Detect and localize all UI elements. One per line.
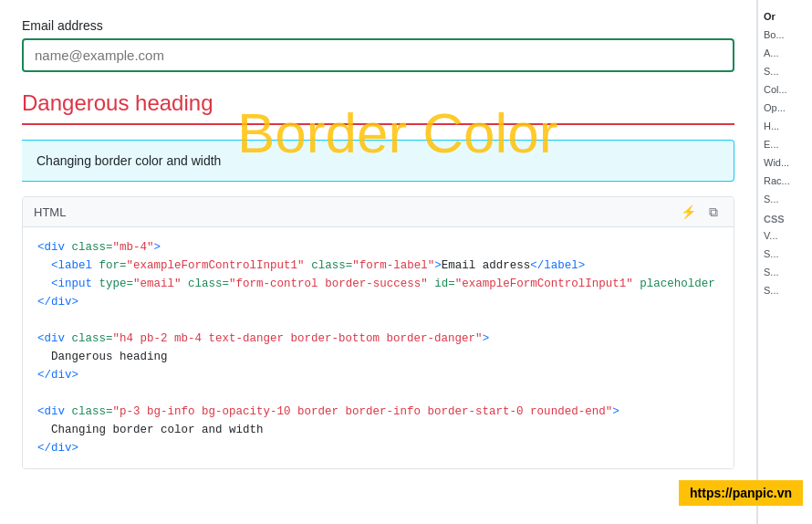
sidebar-item-s4[interactable]: S...: [758, 263, 812, 281]
sidebar-section-css: CSS: [758, 208, 812, 226]
main-content: Email address Dangerous heading Border C…: [0, 0, 757, 524]
code-header: HTML ⚡ ⧉: [23, 197, 734, 227]
email-label: Email address: [22, 18, 734, 33]
code-line: [37, 384, 719, 403]
code-line: <div class="mb-4">: [37, 238, 719, 257]
sidebar-item-op[interactable]: Op...: [758, 99, 812, 117]
sidebar-item-wid[interactable]: Wid...: [758, 153, 812, 172]
watermark: https://panpic.vn: [679, 480, 803, 506]
email-input[interactable]: [22, 38, 734, 72]
sidebar-item-rac[interactable]: Rac...: [758, 172, 812, 190]
sidebar-item-col[interactable]: Col...: [758, 80, 812, 99]
sidebar-item-a[interactable]: A...: [758, 44, 812, 62]
copy-icon[interactable]: ⧉: [704, 203, 723, 221]
info-box-text: Changing border color and width: [36, 153, 221, 168]
code-line: Changing border color and width: [37, 421, 719, 439]
code-line: [37, 311, 719, 330]
sidebar-item-h[interactable]: H...: [758, 117, 812, 135]
dangerous-heading: Dangerous heading: [22, 90, 734, 125]
code-line: Dangerous heading: [37, 348, 719, 366]
sidebar-title: Or: [758, 7, 812, 26]
code-line: </div>: [37, 366, 719, 384]
code-body: <div class="mb-4"> <label for="exampleFo…: [23, 227, 734, 468]
lightning-icon[interactable]: ⚡: [679, 203, 697, 221]
code-line: <label for="exampleFormControlInput1" cl…: [37, 257, 719, 275]
code-line: <input type="email" class="form-control …: [37, 275, 719, 293]
sidebar-item-s1[interactable]: S...: [758, 62, 812, 80]
code-line: </div>: [37, 293, 719, 311]
code-line: <div class="p-3 bg-info bg-opacity-10 bo…: [37, 403, 719, 421]
info-box: Changing border color and width: [22, 140, 734, 182]
sidebar: Or Bo... A... S... Col... Op... H... E..…: [757, 0, 812, 524]
sidebar-item-bo[interactable]: Bo...: [758, 26, 812, 44]
sidebar-item-s5[interactable]: S...: [758, 281, 812, 299]
sidebar-item-v[interactable]: V...: [758, 226, 812, 245]
code-section: HTML ⚡ ⧉ <div class="mb-4"> <label for="…: [22, 196, 734, 469]
code-line: </div>: [37, 439, 719, 457]
sidebar-item-e[interactable]: E...: [758, 135, 812, 153]
code-header-label: HTML: [34, 205, 66, 219]
sidebar-item-s2[interactable]: S...: [758, 190, 812, 208]
code-header-icons: ⚡ ⧉: [679, 203, 723, 221]
sidebar-item-s3[interactable]: S...: [758, 245, 812, 263]
email-form-group: Email address: [22, 18, 734, 72]
code-line: <div class="h4 pb-2 mb-4 text-danger bor…: [37, 330, 719, 348]
